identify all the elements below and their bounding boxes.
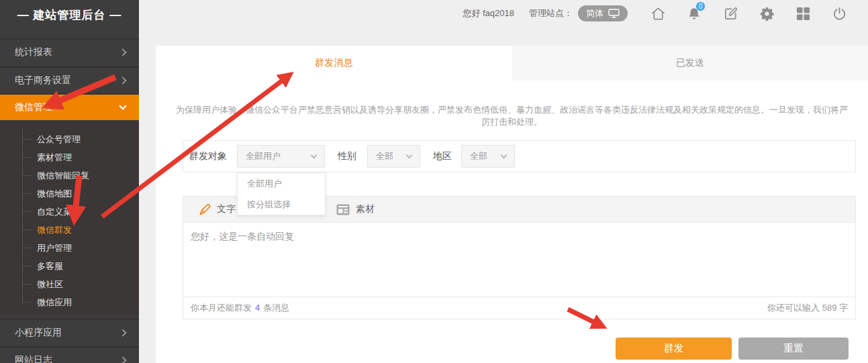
region-label: 地区 (433, 150, 452, 162)
sidebar-item-miniprogram[interactable]: 小程序应用 (0, 319, 139, 346)
submenu-item-material[interactable]: 素材管理 (0, 148, 139, 166)
home-icon (650, 6, 666, 21)
managed-site-label: 管理站点： (529, 7, 573, 19)
dropdown-option-by-group[interactable]: 按分组选择 (238, 194, 325, 215)
content-card: 群发消息 已发送 为保障用户体验，微信公众平台严禁恶意营销以及诱导分享朋友圈，严… (156, 46, 868, 363)
action-buttons: 群发 重置 (156, 319, 868, 360)
sidebar-item-label: 电子商务设置 (15, 74, 71, 87)
submenu-item-user-management[interactable]: 用户管理 (0, 239, 139, 257)
tab-sent[interactable]: 已发送 (512, 46, 868, 81)
sidebar: — 建站管理后台 — 统计报表 电子商务设置 微信管理 公众号管理 素材管理 微… (0, 0, 139, 363)
settings-button[interactable] (749, 6, 785, 21)
grid-icon (796, 7, 810, 21)
submenu-item-multi-service[interactable]: 多客服 (0, 257, 139, 275)
material-tool-button[interactable]: 素材 (336, 203, 375, 215)
region-select[interactable]: 全部 (461, 145, 515, 168)
target-select[interactable]: 全部用户 (237, 145, 325, 168)
compose-button[interactable] (712, 6, 749, 21)
chevron-right-icon (119, 48, 126, 56)
submenu-item-smart-reply[interactable]: 微信智能回复 (0, 166, 139, 185)
chevron-down-icon (501, 152, 508, 159)
notifications-button[interactable]: 0 (676, 6, 712, 21)
quota-count: 4 (255, 303, 260, 313)
sidebar-item-label: 微信管理 (15, 101, 52, 113)
gear-icon (759, 6, 775, 21)
tab-bar: 群发消息 已发送 (156, 46, 868, 81)
app-title: — 建站管理后台 — (0, 0, 139, 30)
submenu-item-wechat-app[interactable]: 微信应用 (0, 293, 139, 311)
chevron-right-icon (119, 356, 126, 363)
message-textarea[interactable]: 您好，这是一条自动回复 (183, 223, 855, 297)
pencil-icon (198, 203, 211, 216)
chevron-down-icon (311, 152, 318, 159)
tab-mass-message[interactable]: 群发消息 (156, 46, 512, 81)
power-icon (832, 6, 847, 21)
policy-notice: 为保障用户体验，微信公众平台严禁恶意营销以及诱导分享朋友圈，严禁发布色情低俗、暴… (156, 104, 868, 128)
material-icon (336, 204, 350, 215)
dropdown-option-all-users[interactable]: 全部用户 (238, 173, 325, 194)
sidebar-item-ecommerce[interactable]: 电子商务设置 (0, 66, 139, 93)
submenu-item-official-account[interactable]: 公众号管理 (0, 130, 139, 148)
sidebar-item-site-log[interactable]: 网站日志 (0, 346, 139, 363)
gender-select[interactable]: 全部 (367, 145, 420, 168)
submenu-item-custom-menu[interactable]: 自定义菜单 (0, 203, 139, 221)
top-header: 您好 faq2018 管理站点： 简体 0 (139, 0, 868, 27)
chevron-right-icon (119, 76, 126, 84)
sidebar-item-label: 网站日志 (15, 354, 52, 363)
logout-button[interactable] (821, 6, 857, 21)
text-tool-button[interactable]: 文字 (198, 203, 236, 216)
editor-footer: 你本月还能群发4条消息 你还可以输入 589 字 (183, 297, 855, 319)
chevron-down-icon (119, 102, 126, 109)
mass-send-button[interactable]: 群发 (616, 338, 732, 360)
sidebar-item-stats[interactable]: 统计报表 (0, 38, 139, 65)
filter-row: 群发对象 全部用户 性别 全部 地区 全部 全部用户 按分组选择 (183, 140, 856, 172)
monthly-quota-text: 你本月还能群发4条消息 (191, 302, 289, 314)
sidebar-item-wechat[interactable]: 微信管理 (0, 93, 139, 120)
home-button[interactable] (640, 6, 676, 21)
language-site-button[interactable]: 简体 (578, 5, 628, 21)
chars-remaining-text: 你还可以输入 589 字 (767, 302, 848, 314)
apps-button[interactable] (785, 7, 821, 21)
chevron-right-icon (119, 329, 126, 336)
user-greeting: 您好 faq2018 (463, 7, 514, 19)
monitor-icon (608, 9, 620, 18)
reset-button[interactable]: 重置 (738, 338, 849, 360)
target-dropdown-menu: 全部用户 按分组选择 (237, 172, 326, 215)
sidebar-item-label: 小程序应用 (15, 327, 62, 339)
submenu-item-mass-send[interactable]: 微信群发 (0, 221, 139, 239)
submenu-item-micro-community[interactable]: 微社区 (0, 275, 139, 293)
target-label: 群发对象 (189, 150, 227, 162)
notification-badge: 0 (695, 1, 706, 11)
chevron-down-icon (406, 152, 413, 159)
sidebar-item-label: 统计报表 (15, 46, 52, 58)
edit-icon (723, 6, 738, 21)
gender-label: 性别 (338, 150, 356, 162)
submenu-item-wechat-map[interactable]: 微信地图 (0, 185, 139, 203)
wechat-submenu: 公众号管理 素材管理 微信智能回复 微信地图 自定义菜单 微信群发 用户管理 多… (0, 121, 139, 315)
